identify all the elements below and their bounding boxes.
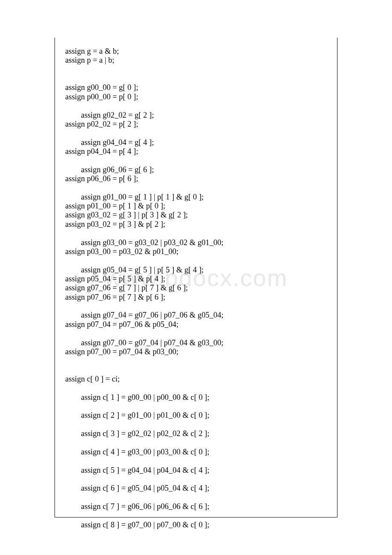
code-listing: assign g = a & b; assign p = a | b; assi… [65, 47, 327, 529]
document-frame: assign g = a & b; assign p = a | b; assi… [55, 38, 337, 517]
